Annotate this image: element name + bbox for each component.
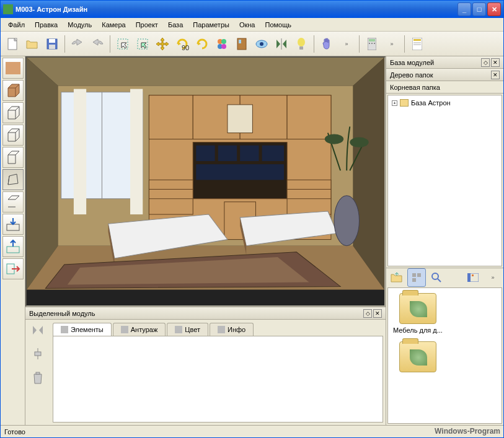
minimize-button[interactable]: _	[458, 2, 471, 16]
trash-icon[interactable]	[33, 372, 43, 384]
select-button[interactable]	[113, 35, 132, 53]
menu-project[interactable]: Проект	[131, 20, 163, 30]
select-add-button[interactable]	[133, 35, 152, 53]
slider-icon[interactable]	[32, 348, 43, 359]
svg-rect-54	[262, 146, 284, 161]
tree-item-base[interactable]: + База Астрон	[391, 98, 499, 108]
redo-button[interactable]	[88, 35, 107, 53]
more-2-button[interactable]: »	[382, 35, 401, 53]
svg-rect-49	[228, 105, 252, 133]
svg-rect-81	[467, 273, 471, 282]
selected-module-panel-header: Выделенный модуль ◇ ✕	[25, 307, 386, 320]
mirror-button[interactable]	[272, 35, 291, 53]
folder-item-2[interactable]	[393, 341, 443, 372]
folder-up-button[interactable]	[387, 268, 406, 287]
svg-line-28	[8, 129, 12, 133]
more-1-button[interactable]: »	[337, 35, 356, 53]
svg-point-68	[325, 134, 343, 144]
tab-info[interactable]: Инфо	[210, 323, 254, 336]
new-button[interactable]	[3, 35, 22, 53]
tab-elements[interactable]: Элементы	[53, 323, 112, 336]
svg-rect-53	[240, 146, 259, 161]
wireframe-2-tool[interactable]	[2, 125, 24, 146]
more-right-button[interactable]: »	[484, 268, 502, 287]
view-button[interactable]	[252, 35, 271, 53]
door-button[interactable]	[232, 35, 251, 53]
svg-rect-45	[149, 95, 193, 139]
svg-rect-82	[472, 274, 474, 276]
grid-icon	[61, 326, 68, 333]
menu-base[interactable]: База	[163, 20, 188, 30]
svg-rect-32	[7, 247, 19, 253]
wireframe-tool[interactable]	[2, 102, 24, 123]
menu-camera[interactable]: Камера	[97, 20, 130, 30]
svg-rect-20	[369, 43, 370, 44]
import-tool[interactable]	[2, 214, 24, 235]
rotate-90-button[interactable]: 90	[173, 35, 192, 53]
3d-viewport[interactable]	[25, 56, 386, 307]
save-button[interactable]	[43, 35, 61, 53]
report-button[interactable]	[408, 35, 427, 53]
material-tool[interactable]	[2, 58, 24, 79]
folder-browser[interactable]: Мебель для д... Windows-Program	[387, 287, 502, 424]
layout-button[interactable]	[464, 268, 482, 287]
svg-rect-24	[413, 39, 421, 41]
palette-icon	[175, 326, 182, 333]
svg-rect-76	[417, 273, 421, 277]
open-button[interactable]	[23, 35, 42, 53]
svg-rect-48	[287, 95, 331, 139]
tree-close-button[interactable]: ✕	[491, 71, 500, 79]
menu-windows[interactable]: Окна	[234, 20, 260, 30]
svg-rect-55	[196, 164, 284, 180]
expand-button[interactable]: +	[392, 100, 397, 106]
left-toolbar	[1, 56, 25, 425]
maximize-button[interactable]: □	[472, 2, 486, 16]
menu-params[interactable]: Параметры	[188, 20, 234, 30]
rotate-button[interactable]	[193, 35, 211, 53]
pan-button[interactable]	[317, 35, 336, 53]
panel-close-button[interactable]: ✕	[373, 309, 382, 318]
svg-point-10	[221, 44, 226, 49]
light-button[interactable]	[292, 35, 311, 53]
mirror-icon[interactable]	[32, 325, 44, 336]
menu-help[interactable]: Помощь	[260, 20, 296, 30]
svg-rect-56	[149, 180, 193, 214]
star-icon	[121, 326, 128, 333]
right-toolbar: »	[386, 268, 503, 286]
menu-module[interactable]: Модуль	[63, 20, 97, 30]
solid-box-tool[interactable]	[2, 80, 24, 101]
pin-button[interactable]: ◇	[481, 58, 490, 67]
svg-rect-42	[74, 89, 86, 214]
export-tool[interactable]	[2, 236, 24, 257]
perspective-tool[interactable]	[2, 169, 24, 190]
svg-point-67	[334, 196, 359, 246]
svg-point-14	[260, 42, 263, 46]
dimension-tool[interactable]	[2, 191, 24, 212]
root-folder-label: Корневая папка	[390, 84, 500, 91]
svg-rect-75	[412, 273, 416, 277]
wireframe-3-tool[interactable]	[2, 147, 24, 168]
svg-rect-12	[239, 40, 241, 43]
color-tool-button[interactable]	[213, 35, 231, 53]
tab-color[interactable]: Цвет	[167, 323, 208, 336]
folder-tree[interactable]: + База Астрон	[387, 95, 502, 266]
modules-tabs: Элементы Антураж Цвет Инфо	[50, 320, 386, 336]
folder-label: Мебель для д...	[393, 326, 443, 334]
menu-file[interactable]: Файл	[3, 20, 30, 30]
svg-rect-19	[369, 39, 375, 42]
panel-dock-button[interactable]: ◇	[363, 309, 372, 318]
move-button[interactable]	[153, 35, 172, 53]
menu-edit[interactable]: Правка	[30, 20, 63, 30]
exit-tool[interactable]	[2, 258, 24, 279]
base-close-button[interactable]: ✕	[491, 58, 500, 67]
calc-button[interactable]	[363, 35, 381, 53]
view-large-button[interactable]	[407, 268, 426, 287]
undo-button[interactable]	[68, 35, 87, 53]
status-text: Готово	[4, 428, 25, 436]
svg-rect-59	[287, 180, 331, 214]
close-button[interactable]: ✕	[487, 2, 501, 16]
search-button[interactable]	[427, 268, 446, 287]
tab-entourage[interactable]: Антураж	[113, 323, 166, 336]
folder-item-1[interactable]: Мебель для д...	[393, 293, 443, 334]
folder-icon	[400, 99, 409, 107]
